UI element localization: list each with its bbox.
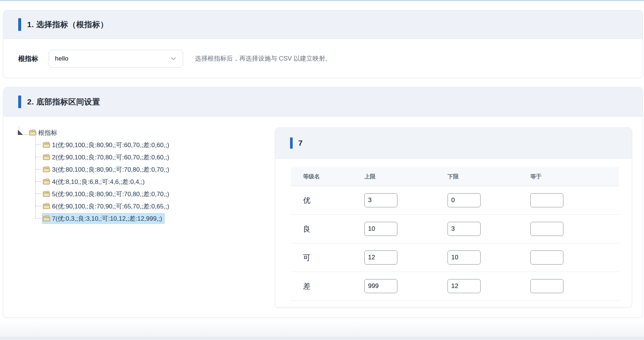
col-header-upper: 上限 — [364, 173, 448, 180]
tree-children: 1(优:90,100,;良:80,90,;可:60,70,;差:0,60,;) … — [35, 139, 172, 224]
col-header-equal: 等于 — [530, 173, 619, 180]
table-row-poor: 差 — [291, 272, 619, 301]
tree-node[interactable]: 2(优:90,100,;良:70,80,;可:60,70,;差:0,60,;) — [42, 152, 172, 162]
grade-table-header: 等级名 上限 下限 等于 — [291, 167, 619, 186]
tree-node-label: 2(优:90,100,;良:70,80,;可:60,70,;差:0,60,;) — [52, 153, 169, 162]
indicator-tree: 根指标 1(优:90,100,;良:80,90,;可:60,70,;差:0,60… — [17, 126, 172, 224]
col-header-grade: 等级名 — [291, 173, 364, 180]
section-interval-settings: 2. 底部指标区间设置 根指标 1(优:90,100,;良:80,90,;可:6… — [3, 87, 643, 318]
tree-node-label: 根指标 — [38, 128, 57, 137]
root-indicator-label: 根指标 — [18, 54, 38, 63]
folder-icon — [29, 129, 36, 136]
accent-bar — [18, 95, 21, 108]
tree-node-label: 4(优:8,10,;良:6,8,;可:4,6,;差:0,4,;) — [52, 177, 144, 186]
section-select-indicator: 1. 选择指标（根指标） 根指标 hello 选择根指标后，再选择设施与 CSV… — [3, 10, 643, 78]
folder-icon — [43, 203, 50, 209]
folder-icon — [43, 166, 50, 172]
grade-panel-header: 7 — [275, 128, 632, 159]
grade-panel-body: 等级名 上限 下限 等于 优 良 — [275, 159, 632, 301]
section2-body: 根指标 1(优:90,100,;良:80,90,;可:60,70,;差:0,60… — [3, 117, 643, 317]
tree-node-1[interactable]: 1(优:90,100,;良:80,90,;可:60,70,;差:0,60,;) — [35, 139, 172, 151]
tree-node-label: 7(优:0,3,;良:3,10,;可:10,12,;差:12,999,;) — [52, 214, 162, 223]
tree-node-3[interactable]: 3(优:80,100,;良:80,90,;可:70,80,;差:0,70,;) — [35, 163, 172, 175]
tree-root-node[interactable]: 根指标 — [28, 127, 59, 138]
lower-limit-input[interactable] — [448, 250, 481, 265]
table-row-good: 良 — [291, 215, 619, 243]
folder-icon — [43, 154, 50, 160]
section2-header: 2. 底部指标区间设置 — [3, 87, 643, 117]
folder-icon — [43, 191, 50, 197]
folder-icon — [43, 142, 50, 148]
lower-limit-input[interactable] — [448, 193, 481, 207]
tree-node-label: 5(优:90,100,;良:80,90,;可:70,80,;差:0,70,;) — [52, 190, 169, 198]
table-row-excellent: 优 — [291, 186, 619, 215]
grade-label: 良 — [291, 224, 364, 234]
equal-input[interactable] — [530, 222, 563, 236]
top-border-line — [0, 0, 644, 1]
grade-panel: 7 等级名 上限 下限 等于 优 — [275, 127, 632, 308]
lower-limit-input[interactable] — [448, 279, 481, 293]
accent-bar — [290, 137, 293, 149]
tree-node-selected[interactable]: 7(优:0,3,;良:3,10,;可:10,12,;差:12,999,;) — [42, 213, 165, 224]
lower-limit-input[interactable] — [448, 222, 481, 236]
folder-icon — [43, 215, 50, 221]
equal-input[interactable] — [530, 193, 563, 207]
tree-node-label: 6(优:90,100,;良:70,90,;可:65,70,;差:0,65,;) — [52, 202, 169, 211]
tree-node[interactable]: 4(优:8,10,;良:6,8,;可:4,6,;差:0,4,;) — [42, 177, 147, 187]
tree-node-label: 3(优:80,100,;良:80,90,;可:70,80,;差:0,70,;) — [52, 165, 169, 174]
grade-table: 等级名 上限 下限 等于 优 良 — [291, 167, 619, 301]
tree-expand-icon[interactable] — [17, 126, 28, 139]
equal-input[interactable] — [530, 279, 563, 293]
tree-node-label: 1(优:90,100,;良:80,90,;可:60,70,;差:0,60,;) — [52, 140, 169, 149]
select-hint-text: 选择根指标后，再选择设施与 CSV 以建立映射。 — [195, 54, 331, 63]
section2-title: 2. 底部指标区间设置 — [27, 97, 100, 107]
table-row-acceptable: 可 — [291, 243, 619, 272]
equal-input[interactable] — [530, 250, 563, 265]
tree-node[interactable]: 5(优:90,100,;良:80,90,;可:70,80,;差:0,70,;) — [42, 189, 172, 199]
upper-limit-input[interactable] — [364, 193, 397, 207]
tree-node-7[interactable]: 7(优:0,3,;良:3,10,;可:10,12,;差:12,999,;) — [35, 212, 172, 224]
tree-node[interactable]: 1(优:90,100,;良:80,90,;可:60,70,;差:0,60,;) — [42, 140, 172, 150]
folder-icon — [43, 178, 50, 185]
upper-limit-input[interactable] — [364, 222, 397, 236]
section1-header: 1. 选择指标（根指标） — [3, 10, 643, 39]
chevron-down-icon — [170, 55, 177, 62]
tree-node-5[interactable]: 5(优:90,100,;良:80,90,;可:70,80,;差:0,70,;) — [35, 188, 172, 200]
accent-bar — [18, 18, 21, 31]
tree-node-6[interactable]: 6(优:90,100,;良:70,90,;可:65,70,;差:0,65,;) — [35, 200, 172, 212]
tree-node[interactable]: 6(优:90,100,;良:70,90,;可:65,70,;差:0,65,;) — [42, 201, 172, 211]
grade-label: 差 — [291, 281, 364, 291]
tree-node-root[interactable]: 根指标 — [17, 126, 172, 139]
root-indicator-select-value: hello — [55, 55, 68, 62]
upper-limit-input[interactable] — [364, 279, 397, 293]
tree-node[interactable]: 3(优:80,100,;良:80,90,;可:70,80,;差:0,70,;) — [42, 164, 172, 175]
root-indicator-select[interactable]: hello — [49, 50, 183, 68]
upper-limit-input[interactable] — [364, 250, 397, 265]
section1-body: 根指标 hello 选择根指标后，再选择设施与 CSV 以建立映射。 — [3, 39, 643, 78]
grade-label: 可 — [291, 253, 364, 263]
tree-node-2[interactable]: 2(优:90,100,;良:70,80,;可:60,70,;差:0,60,;) — [35, 151, 172, 163]
bottom-strip — [0, 337, 644, 340]
tree-node-4[interactable]: 4(优:8,10,;良:6,8,;可:4,6,;差:0,4,;) — [35, 175, 172, 188]
section1-title: 1. 选择指标（根指标） — [27, 19, 108, 30]
bottom-fade — [0, 320, 644, 337]
grade-label: 优 — [291, 195, 364, 205]
col-header-lower: 下限 — [448, 173, 530, 180]
grade-panel-title: 7 — [298, 139, 303, 148]
